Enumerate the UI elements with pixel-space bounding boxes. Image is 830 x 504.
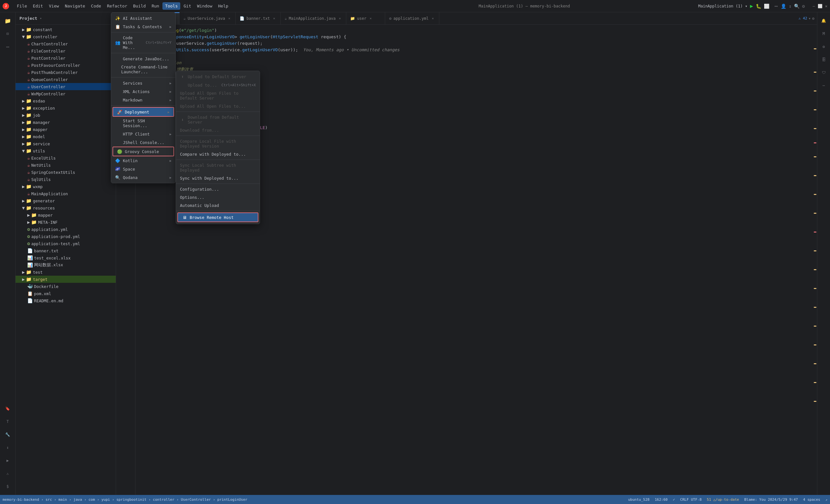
tab-close-banner-txt[interactable]: ✕ (272, 16, 277, 21)
right-icon-shield[interactable]: 🛡 (818, 67, 830, 78)
menu-code-with-me[interactable]: 👥 Code With Me... Ctrl+Shift+Y (111, 34, 175, 52)
tree-item-pom[interactable]: 📋 pom.xml (15, 290, 116, 297)
deploy-options[interactable]: Options... (176, 193, 260, 201)
tab-close-user-service[interactable]: ✕ (227, 16, 231, 21)
menu-window[interactable]: Window (195, 2, 215, 10)
tree-item-res-mapper[interactable]: ▶ 📁 mapper (15, 212, 116, 219)
tree-item-target[interactable]: ▶ 📁 target (15, 276, 116, 283)
menu-code[interactable]: Code (89, 2, 104, 10)
tab-user[interactable]: 📁 user ✕ (346, 12, 385, 25)
tree-item-esdao[interactable]: ▶ 📁 esdao (15, 97, 116, 104)
tree-item-readme[interactable]: 📄 README.en.md (15, 297, 116, 304)
window-minimize[interactable]: — (813, 4, 815, 8)
tree-item-main-application[interactable]: ☕ MainApplication (15, 190, 116, 197)
more-actions[interactable]: ⋯ (774, 3, 778, 9)
tab-close-app-yml[interactable]: ✕ (430, 16, 435, 21)
tree-item-post-thumb-controller[interactable]: ☕ PostThumbController (15, 69, 116, 76)
right-icon-more[interactable]: ⋯ (818, 80, 830, 91)
tree-item-controller[interactable]: ▼ 📁 controller (15, 33, 116, 40)
tree-item-file-controller[interactable]: ☕ FileController (15, 48, 116, 55)
tree-item-model[interactable]: ▶ 📁 model (15, 133, 116, 140)
menu-kotlin[interactable]: 🔷 Kotlin ▶ (111, 156, 175, 165)
menu-navigate[interactable]: Navigate (62, 2, 88, 10)
menu-tasks-contexts[interactable]: 📋 Tasks & Contexts ▶ (111, 22, 175, 31)
sidebar-icon-project[interactable]: 📁 (2, 15, 13, 27)
tree-item-app-test-yml[interactable]: ⚙ application-test.yml (15, 240, 116, 247)
menu-git[interactable]: Git (181, 2, 194, 10)
sidebar-icon-terminal[interactable]: $ (2, 481, 13, 492)
tree-item-generator[interactable]: ▶ 📁 generator (15, 197, 116, 204)
deploy-configuration[interactable]: Configuration... (176, 185, 260, 193)
tree-item-utils[interactable]: ▼ 📁 utils (15, 147, 116, 154)
menu-groovy-console[interactable]: 🟢 Groovy Console (113, 147, 173, 156)
window-close[interactable]: ✕ (825, 4, 827, 8)
tree-item-resources[interactable]: ▼ 📁 resources (15, 204, 116, 212)
window-maximize[interactable]: ⬜ (818, 4, 823, 8)
status-spaces[interactable]: 4 spaces (803, 498, 820, 502)
right-icon-notifications[interactable]: 🔔 (818, 15, 830, 27)
menu-view[interactable]: View (46, 2, 62, 10)
status-path[interactable]: memory-bi-backend › src › main › java › … (3, 498, 247, 502)
status-encoding[interactable]: CRLF UTF-8 (680, 498, 702, 502)
menu-run[interactable]: Run (149, 2, 162, 10)
tree-item-banner-txt[interactable]: 📄 banner.txt (15, 247, 116, 254)
tree-item-service[interactable]: ▶ 📁 service (15, 140, 116, 147)
status-git[interactable]: ubuntu_528 (628, 498, 649, 502)
deploy-compare-with[interactable]: Compare with Deployed to... (176, 150, 260, 158)
menu-xml-actions[interactable]: XML Actions ▶ (111, 87, 175, 96)
sidebar-icon-bookmarks[interactable]: 🔖 (2, 403, 13, 414)
deploy-browse-remote-host[interactable]: 🖥 Browse Remote Host (178, 213, 258, 222)
deploy-sync-with[interactable]: Sync with Deployed to... (176, 174, 260, 182)
search-everywhere[interactable]: 🔍 (794, 4, 800, 9)
tree-item-app-yml[interactable]: ⚙ application.yml (15, 226, 116, 233)
menu-ai-assistant[interactable]: ✨ AI Assistant (111, 14, 175, 22)
vcs-update[interactable]: ↕ (789, 4, 791, 9)
tab-close-user[interactable]: ✕ (368, 16, 373, 21)
sidebar-icon-more[interactable]: ⋯ (2, 41, 13, 53)
tree-item-spring-context-utils[interactable]: ☕ SpringContextUtils (15, 169, 116, 176)
tree-item-mapper[interactable]: ▶ 📁 mapper (15, 126, 116, 133)
status-blame[interactable]: Blame: You 2024/5/29 9:47 (744, 498, 798, 502)
menu-create-launcher[interactable]: Create Command-line Launcher... (111, 63, 175, 76)
right-icon-database[interactable]: 🗄 (818, 54, 830, 65)
tree-item-sql-utils[interactable]: ☕ SqlUtils (15, 176, 116, 183)
sidebar-icon-structure[interactable]: T (2, 416, 13, 428)
tree-item-dockerfile[interactable]: 🐳 Dockerfile (15, 283, 116, 290)
debug-button[interactable]: 🐛 (756, 4, 761, 9)
sidebar-icon-run[interactable]: ▶ (2, 455, 13, 466)
tree-item-net-utils[interactable]: ☕ NetUtils (15, 161, 116, 169)
tree-item-post-controller[interactable]: ☕ PostController (15, 55, 116, 62)
tree-item-excel-utils[interactable]: ☕ ExcelUtils (15, 154, 116, 161)
project-tree[interactable]: ▶ 📁 constant ▼ 📁 controller ☕ ChartContr… (15, 25, 116, 495)
menu-start-ssh[interactable]: Start SSH Session... (111, 117, 175, 130)
deploy-automatic-upload[interactable]: Automatic Upload (176, 201, 260, 210)
tree-item-test[interactable]: ▶ 📁 test (15, 269, 116, 276)
add-profile-button[interactable]: 👤 (781, 4, 786, 9)
sidebar-icon-services[interactable]: 🔧 (2, 429, 13, 440)
sidebar-icon-problems[interactable]: ⚠ (2, 468, 13, 479)
tree-item-job[interactable]: ▶ 📁 job (15, 112, 116, 119)
tree-item-website-data[interactable]: 📊 网站数据.xlsx (15, 261, 116, 269)
right-icon-bookmarks[interactable]: M (818, 28, 830, 39)
sidebar-icon-vcs[interactable]: ↕ (2, 442, 13, 453)
run-config[interactable]: MainApplication (1) ▾ (698, 4, 747, 8)
tab-settings-icon[interactable]: ⚙ (812, 16, 815, 21)
tree-item-exception[interactable]: ▶ 📁 exception (15, 104, 116, 112)
menu-qodana[interactable]: 🔍 Qodana ▶ (111, 173, 175, 182)
tree-item-post-favour-controller[interactable]: ☕ PostFavourController (15, 62, 116, 69)
menu-services[interactable]: Services ▶ (111, 79, 175, 87)
menu-build[interactable]: Build (131, 2, 149, 10)
menu-generate-javadoc[interactable]: Generate JavaDoc... (111, 55, 175, 63)
tree-item-queue-controller[interactable]: ☕ QueueController (15, 76, 116, 83)
tree-item-user-controller[interactable]: ☕ UserController (15, 83, 116, 90)
tab-app-yml[interactable]: ⚙ application.yml ✕ (385, 12, 439, 25)
tree-item-meta-inf[interactable]: ▶ 📁 META-INF (15, 219, 116, 226)
tab-overflow-icon[interactable]: ▾ (808, 16, 811, 21)
tree-item-chart-controller[interactable]: ☕ ChartController (15, 40, 116, 48)
status-line-col[interactable]: 162:60 (655, 498, 668, 502)
right-icon-gradle[interactable]: ⚙ (818, 41, 830, 53)
status-vcs[interactable]: ✓ (673, 498, 675, 502)
tab-banner-txt[interactable]: 📄 banner.txt ✕ (236, 12, 281, 25)
menu-markdown[interactable]: Markdown ▶ (111, 96, 175, 104)
tree-item-app-prod-yml[interactable]: ⚙ application-prod.yml (15, 233, 116, 240)
